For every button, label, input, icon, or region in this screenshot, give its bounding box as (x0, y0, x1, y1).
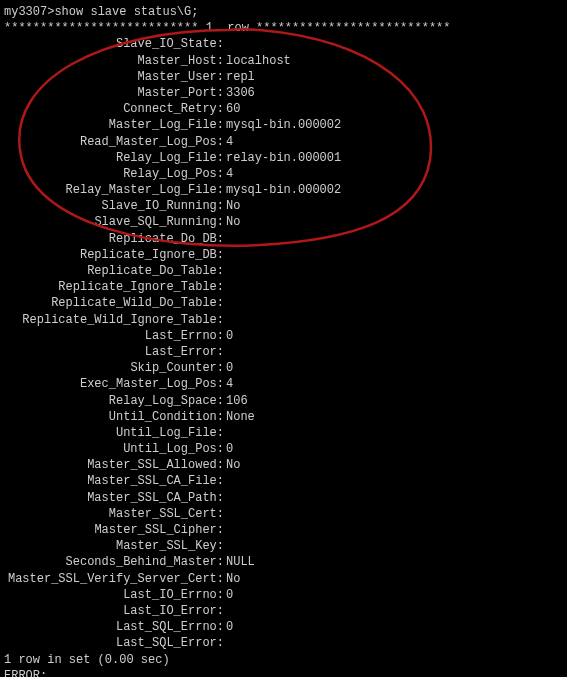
field-key: Until_Log_File: (4, 425, 226, 441)
field-key: Connect_Retry: (4, 101, 226, 117)
prompt-line[interactable]: my3307>show slave status\G; (4, 4, 563, 20)
status-row: Last_SQL_Errno: 0 (4, 619, 563, 635)
status-row: Slave_SQL_Running: No (4, 214, 563, 230)
field-value: None (226, 409, 255, 425)
field-key: Master_SSL_Verify_Server_Cert: (4, 571, 226, 587)
field-key: Master_SSL_Cipher: (4, 522, 226, 538)
field-value: 0 (226, 360, 233, 376)
field-key: Master_SSL_Key: (4, 538, 226, 554)
field-value: mysql-bin.000002 (226, 182, 341, 198)
field-value: 4 (226, 376, 233, 392)
field-value: relay-bin.000001 (226, 150, 341, 166)
field-key: Last_IO_Error: (4, 603, 226, 619)
status-row: Master_SSL_Key: (4, 538, 563, 554)
status-row: Skip_Counter: 0 (4, 360, 563, 376)
field-key: Until_Log_Pos: (4, 441, 226, 457)
field-key: Master_Log_File: (4, 117, 226, 133)
field-key: Replicate_Ignore_DB: (4, 247, 226, 263)
field-value: 3306 (226, 85, 255, 101)
status-row: Replicate_Ignore_DB: (4, 247, 563, 263)
field-value: No (226, 457, 240, 473)
status-row: Slave_IO_State: (4, 36, 563, 52)
prompt: my3307> (4, 5, 54, 19)
status-row: Master_Log_File: mysql-bin.000002 (4, 117, 563, 133)
field-key: Master_Host: (4, 53, 226, 69)
field-value: No (226, 198, 240, 214)
status-row: Last_IO_Errno: 0 (4, 587, 563, 603)
status-row: Relay_Master_Log_File: mysql-bin.000002 (4, 182, 563, 198)
status-row: Last_SQL_Error: (4, 635, 563, 651)
field-key: Last_SQL_Errno: (4, 619, 226, 635)
field-key: Read_Master_Log_Pos: (4, 134, 226, 150)
status-row: Master_User: repl (4, 69, 563, 85)
field-key: Skip_Counter: (4, 360, 226, 376)
field-value: 4 (226, 166, 233, 182)
field-key: Seconds_Behind_Master: (4, 554, 226, 570)
field-key: Master_SSL_CA_File: (4, 473, 226, 489)
field-value: repl (226, 69, 255, 85)
field-value: 106 (226, 393, 248, 409)
status-fields: Slave_IO_State: Master_Host: localhostMa… (4, 36, 563, 651)
status-row: Connect_Retry: 60 (4, 101, 563, 117)
status-row: Replicate_Ignore_Table: (4, 279, 563, 295)
field-value: 60 (226, 101, 240, 117)
field-value: 4 (226, 134, 233, 150)
field-key: Relay_Log_File: (4, 150, 226, 166)
field-value: mysql-bin.000002 (226, 117, 341, 133)
status-row: Last_IO_Error: (4, 603, 563, 619)
field-value: 0 (226, 619, 233, 635)
field-key: Slave_IO_State: (4, 36, 226, 52)
field-value: No (226, 214, 240, 230)
status-row: Until_Condition: None (4, 409, 563, 425)
status-row: Replicate_Wild_Ignore_Table: (4, 312, 563, 328)
field-key: Master_SSL_CA_Path: (4, 490, 226, 506)
field-key: Replicate_Do_Table: (4, 263, 226, 279)
status-row: Seconds_Behind_Master: NULL (4, 554, 563, 570)
field-key: Until_Condition: (4, 409, 226, 425)
command: show slave status\G; (54, 5, 198, 19)
field-key: Master_Port: (4, 85, 226, 101)
status-row: Master_Host: localhost (4, 53, 563, 69)
field-key: Last_SQL_Error: (4, 635, 226, 651)
status-row: Master_SSL_Allowed: No (4, 457, 563, 473)
row-count: 1 row in set (0.00 sec) (4, 652, 563, 668)
field-key: Relay_Master_Log_File: (4, 182, 226, 198)
field-key: Relay_Log_Space: (4, 393, 226, 409)
status-row: Slave_IO_Running: No (4, 198, 563, 214)
status-row: Relay_Log_Space: 106 (4, 393, 563, 409)
status-row: Master_Port: 3306 (4, 85, 563, 101)
field-key: Replicate_Wild_Do_Table: (4, 295, 226, 311)
status-row: Last_Errno: 0 (4, 328, 563, 344)
status-row: Relay_Log_File: relay-bin.000001 (4, 150, 563, 166)
field-value: localhost (226, 53, 291, 69)
field-key: Slave_IO_Running: (4, 198, 226, 214)
field-key: Replicate_Wild_Ignore_Table: (4, 312, 226, 328)
status-row: Read_Master_Log_Pos: 4 (4, 134, 563, 150)
status-row: Master_SSL_Cert: (4, 506, 563, 522)
field-key: Last_IO_Errno: (4, 587, 226, 603)
field-value: 0 (226, 441, 233, 457)
row-separator: *************************** 1. row *****… (4, 20, 563, 36)
field-key: Slave_SQL_Running: (4, 214, 226, 230)
field-key: Last_Error: (4, 344, 226, 360)
status-row: Master_SSL_CA_Path: (4, 490, 563, 506)
field-key: Exec_Master_Log_Pos: (4, 376, 226, 392)
status-row: Master_SSL_Cipher: (4, 522, 563, 538)
status-row: Until_Log_Pos: 0 (4, 441, 563, 457)
status-row: Master_SSL_CA_File: (4, 473, 563, 489)
field-value: 0 (226, 328, 233, 344)
status-row: Exec_Master_Log_Pos: 4 (4, 376, 563, 392)
field-value: No (226, 571, 240, 587)
status-row: Replicate_Wild_Do_Table: (4, 295, 563, 311)
field-key: Master_SSL_Cert: (4, 506, 226, 522)
field-key: Master_SSL_Allowed: (4, 457, 226, 473)
field-key: Relay_Log_Pos: (4, 166, 226, 182)
status-row: Until_Log_File: (4, 425, 563, 441)
field-value: NULL (226, 554, 255, 570)
field-key: Replicate_Ignore_Table: (4, 279, 226, 295)
field-key: Last_Errno: (4, 328, 226, 344)
status-row: Replicate_Do_DB: (4, 231, 563, 247)
status-row: Relay_Log_Pos: 4 (4, 166, 563, 182)
status-row: Last_Error: (4, 344, 563, 360)
status-row: Replicate_Do_Table: (4, 263, 563, 279)
